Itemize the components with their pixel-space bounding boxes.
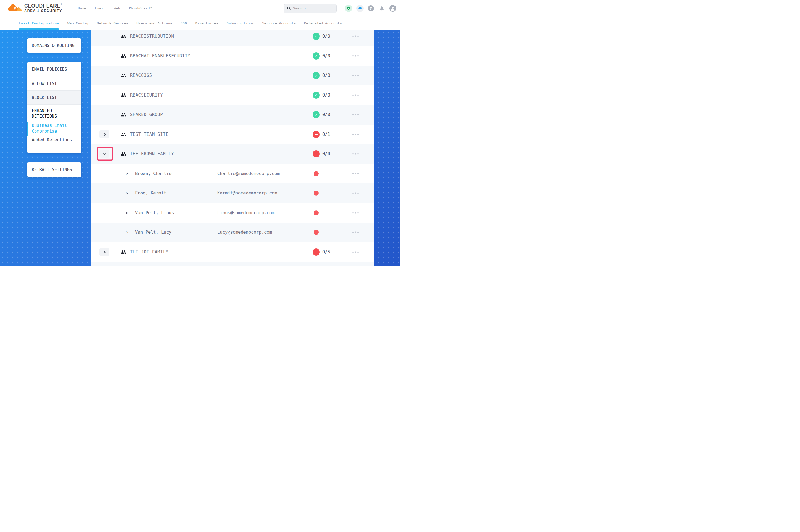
group-icon (121, 151, 126, 157)
member-count: 0/0 (322, 34, 330, 39)
top-nav-phishguard[interactable]: PhishGuard™ (129, 6, 152, 10)
row-actions-button[interactable] (352, 230, 359, 235)
chevron-right-icon (103, 250, 106, 253)
table-row: THE JOE FAMILY 0/5 (91, 242, 374, 262)
group-icon (121, 33, 126, 39)
row-actions-button[interactable] (352, 112, 359, 117)
row-actions-button[interactable] (352, 73, 359, 78)
sidebar-item-business-email-compromise[interactable]: Business Email Compromise (32, 123, 77, 134)
tab-sso[interactable]: SSO (181, 16, 187, 30)
settings-gear-icon[interactable] (356, 5, 364, 12)
search-icon (287, 6, 291, 10)
row-actions-button[interactable] (352, 152, 359, 156)
chevron-right-icon[interactable]: > (126, 171, 128, 176)
status-ok-badge: ✓ (312, 33, 320, 40)
help-glyph: ? (370, 6, 372, 11)
app-window: CLOUDFLARE® AREA 1 SECURITY Home Email W… (0, 0, 400, 266)
sidebar-section-enhanced-detections: ENHANCED DETECTIONS Business Email Compr… (27, 104, 81, 142)
group-icon (121, 53, 126, 59)
row-actions-button[interactable] (352, 93, 359, 97)
table-row: RBACO365 ✓ 0/0 (91, 66, 374, 86)
row-actions-button[interactable] (352, 53, 359, 58)
member-row: > Van Pelt, Lucy Lucy@somedemocorp.com (91, 223, 374, 242)
chevron-right-icon[interactable]: > (126, 191, 128, 195)
group-name[interactable]: SHARED_GROUP (130, 112, 163, 117)
tab-subscriptions[interactable]: Subscriptions (226, 16, 254, 30)
table-row: SHARED_GROUP ✓ 0/0 (91, 105, 374, 125)
member-name[interactable]: Van Pelt, Lucy (135, 230, 171, 235)
group-name[interactable]: THE JOE FAMILY (130, 250, 168, 254)
status-ok-badge: ✓ (312, 72, 320, 79)
expand-row-button[interactable] (99, 131, 109, 138)
tab-network-devices[interactable]: Network Devices (97, 16, 128, 30)
chevron-down-icon (103, 152, 106, 155)
table-row: RBACMAILENABLESECURITY ✓ 0/0 (91, 46, 374, 66)
account-icon[interactable] (389, 5, 396, 12)
row-actions-button[interactable] (352, 250, 359, 254)
top-nav: Home Email Web PhishGuard™ (78, 6, 152, 10)
member-email: Charlie@somedemocorp.com (217, 171, 280, 176)
status-dot-red (314, 171, 319, 176)
group-icon (121, 131, 126, 137)
group-name[interactable]: TEST TEAM SITE (130, 132, 168, 137)
security-shield-icon[interactable] (345, 5, 352, 12)
group-name[interactable]: RBACO365 (130, 73, 152, 78)
status-dot-red (314, 191, 319, 196)
member-email: Kermit@somedemocorp.com (217, 191, 277, 196)
row-actions-button[interactable] (352, 191, 359, 196)
status-dot-red (314, 210, 319, 215)
member-name[interactable]: Van Pelt, Linus (135, 210, 174, 215)
sidebar-item-retract-settings[interactable]: RETRACT SETTINGS (27, 163, 81, 177)
status-dot-red (314, 230, 319, 235)
config-tab-bar: Email Configuration Web Config Network D… (0, 16, 400, 30)
tab-users-and-actions[interactable]: Users and Actions (137, 16, 172, 30)
brand-registered-mark: ® (61, 3, 62, 5)
help-icon[interactable]: ? (368, 5, 374, 12)
top-nav-web[interactable]: Web (114, 6, 120, 10)
collapse-row-button[interactable] (99, 150, 109, 158)
group-name[interactable]: RBACSECURITY (130, 93, 163, 98)
notifications-bell-icon[interactable] (378, 5, 385, 12)
sidebar-item-enhanced-detections[interactable]: ENHANCED DETECTIONS (32, 108, 77, 119)
sidebar-card-email-policies: EMAIL POLICIES ALLOW LIST BLOCK LIST ENH… (27, 62, 81, 153)
sidebar-card-domains-routing: DOMAINS & ROUTING (27, 38, 81, 53)
member-email: Lucy@somedemocorp.com (217, 230, 272, 235)
row-actions-button[interactable] (352, 171, 359, 176)
search-input[interactable] (293, 6, 332, 10)
tab-service-accounts[interactable]: Service Accounts (262, 16, 295, 30)
sidebar-item-domains-routing[interactable]: DOMAINS & ROUTING (27, 38, 81, 53)
tab-email-configuration[interactable]: Email Configuration (19, 16, 59, 30)
member-name[interactable]: Brown, Charlie (135, 171, 171, 176)
status-blocked-badge (312, 248, 320, 256)
app-header: CLOUDFLARE® AREA 1 SECURITY Home Email W… (0, 0, 400, 16)
search-box[interactable] (284, 4, 337, 13)
sidebar-item-email-policies[interactable]: EMAIL POLICIES (27, 62, 81, 77)
group-icon (121, 92, 126, 98)
member-count: 0/1 (322, 132, 330, 137)
sidebar-item-added-detections[interactable]: Added Detections (32, 137, 77, 142)
row-actions-button[interactable] (352, 132, 359, 137)
top-nav-home[interactable]: Home (78, 6, 86, 10)
chevron-right-icon[interactable]: > (126, 230, 128, 234)
group-name[interactable]: RBACMAILENABLESECURITY (130, 53, 190, 58)
table-row: RBACDISTRUBUTION ✓ 0/0 (91, 30, 374, 46)
member-name[interactable]: Frog, Kermit (135, 191, 166, 196)
brand-name: CLOUDFLARE (24, 3, 61, 8)
row-actions-button[interactable] (352, 34, 359, 39)
group-name[interactable]: RBACDISTRUBUTION (130, 34, 174, 39)
row-actions-button[interactable] (352, 210, 359, 215)
group-name[interactable]: THE BROWN FAMILY (130, 151, 174, 156)
tab-web-config[interactable]: Web Config (68, 16, 88, 30)
chevron-right-icon[interactable]: > (126, 211, 128, 215)
sidebar-item-block-list[interactable]: BLOCK LIST (27, 91, 81, 104)
top-nav-email[interactable]: Email (95, 6, 105, 10)
cloudflare-logo: CLOUDFLARE® AREA 1 SECURITY (7, 3, 62, 13)
member-count: 0/0 (322, 93, 330, 98)
member-row: > Brown, Charlie Charlie@somedemocorp.co… (91, 164, 374, 184)
tab-delegated-accounts[interactable]: Delegated Accounts (304, 16, 342, 30)
tab-directories[interactable]: Directories (195, 16, 218, 30)
member-email: Linus@somedemocorp.com (217, 210, 274, 215)
chevron-right-icon (103, 133, 106, 136)
sidebar-item-allow-list[interactable]: ALLOW LIST (27, 77, 81, 91)
expand-row-button[interactable] (99, 248, 109, 256)
